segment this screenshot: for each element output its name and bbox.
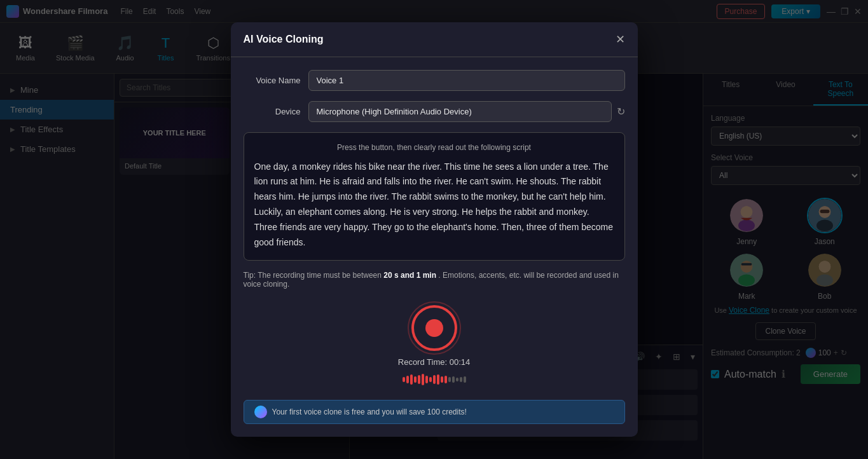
promo-bar: Your first voice clone is free and you w…	[244, 400, 625, 424]
script-box: Press the button, then clearly read out …	[244, 132, 625, 261]
waveform-bar	[414, 376, 417, 383]
modal-title: AI Voice Cloning	[244, 34, 324, 45]
waveform-bar	[437, 374, 439, 385]
voice-name-label: Voice Name	[244, 76, 301, 85]
waveform-bar	[429, 377, 432, 382]
device-row: Device Microphone (High Definition Audio…	[244, 101, 625, 122]
waveform-bar	[403, 377, 405, 382]
waveform-bar	[422, 374, 424, 385]
waveform-bar	[418, 375, 420, 384]
waveform-bar	[460, 377, 462, 382]
waveform-bar	[433, 375, 436, 384]
waveform-bar	[448, 377, 451, 382]
waveform	[403, 373, 466, 386]
waveform-bar	[410, 374, 413, 385]
tip-text: Tip: The recording time must be between …	[244, 271, 625, 289]
device-label: Device	[244, 107, 301, 116]
waveform-bar	[425, 376, 428, 383]
waveform-bar	[452, 376, 455, 383]
tip-bold: 20 s and 1 min	[383, 271, 436, 280]
waveform-bar	[464, 376, 466, 383]
ai-voice-cloning-modal: AI Voice Cloning ✕ Voice Name Device Mic…	[231, 22, 638, 437]
script-text: One day, a monkey rides his bike near th…	[254, 160, 614, 250]
waveform-bar	[406, 376, 409, 383]
voice-name-input[interactable]	[308, 70, 625, 91]
voice-name-row: Voice Name	[244, 70, 625, 91]
record-area: Record Time: 00:14	[244, 299, 625, 392]
modal-body: Voice Name Device Microphone (High Defin…	[231, 57, 638, 437]
record-time-display: Record Time: 00:14	[398, 357, 470, 367]
promo-ai-icon	[254, 406, 267, 418]
record-btn-inner	[425, 319, 443, 337]
script-instruction: Press the button, then clearly read out …	[254, 143, 614, 152]
modal-overlay: AI Voice Cloning ✕ Voice Name Device Mic…	[0, 0, 868, 459]
record-button[interactable]	[411, 305, 457, 351]
waveform-bar	[456, 378, 458, 381]
tip-prefix: Tip: The recording time must be between	[244, 271, 384, 280]
waveform-bar	[444, 376, 447, 383]
refresh-device-button[interactable]: ↻	[617, 106, 625, 118]
device-select[interactable]: Microphone (High Definition Audio Device…	[308, 101, 612, 122]
waveform-bar	[441, 376, 443, 383]
modal-header: AI Voice Cloning ✕	[231, 22, 638, 57]
promo-text: Your first voice clone is free and you w…	[272, 408, 467, 416]
modal-close-button[interactable]: ✕	[616, 32, 625, 46]
